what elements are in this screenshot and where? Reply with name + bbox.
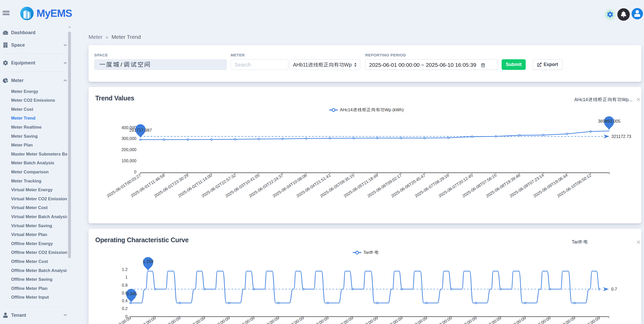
svg-text:100,000: 100,000 xyxy=(121,159,136,163)
svg-text:291717.987: 291717.987 xyxy=(129,128,152,132)
svg-text:0.4: 0.4 xyxy=(122,299,128,303)
svg-text:369893.005: 369893.005 xyxy=(598,119,620,123)
svg-text:1: 1 xyxy=(125,275,128,279)
svg-text:0.2: 0.2 xyxy=(122,306,128,311)
svg-text:300,000: 300,000 xyxy=(121,136,136,141)
svg-text:0.345: 0.345 xyxy=(126,291,137,296)
svg-text:1.2: 1.2 xyxy=(122,267,128,272)
svg-text:0: 0 xyxy=(134,170,136,174)
svg-text:0.8: 0.8 xyxy=(122,283,128,288)
svg-text:00:00:00: 00:00:00 xyxy=(116,315,132,324)
svg-text:321172.73: 321172.73 xyxy=(611,134,631,139)
svg-text:200,000: 200,000 xyxy=(121,148,136,152)
svg-text:0.7: 0.7 xyxy=(611,287,617,291)
svg-text:1.159: 1.159 xyxy=(143,259,153,264)
